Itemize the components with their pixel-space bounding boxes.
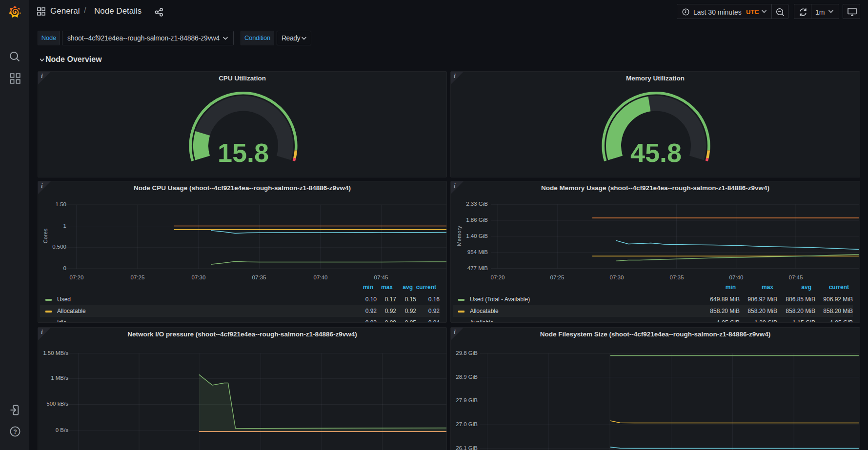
svg-text:?: ? bbox=[13, 429, 17, 435]
svg-text:15.8: 15.8 bbox=[218, 138, 269, 167]
svg-text:45.8: 45.8 bbox=[630, 138, 682, 167]
